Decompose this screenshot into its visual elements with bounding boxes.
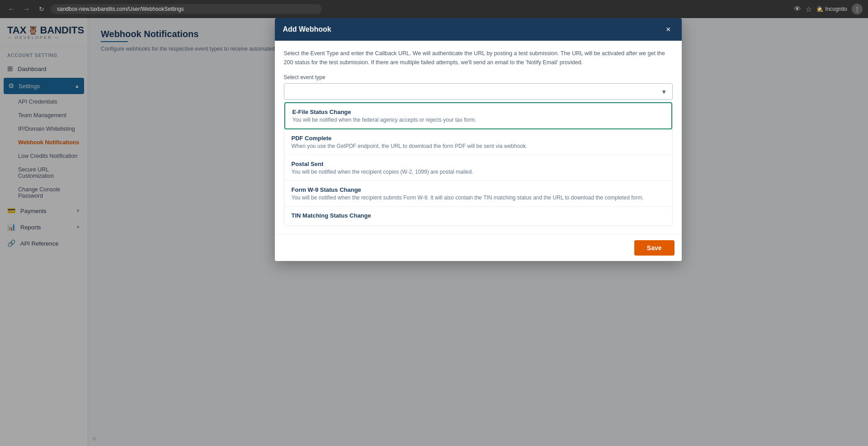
modal-close-button[interactable]: × (663, 24, 674, 34)
form-w9-desc: You will be notified when the recipient … (292, 195, 665, 201)
back-button[interactable]: ← (5, 4, 17, 14)
browser-right-icons: 👁 ☆ 🕵 Incognito ⋮ (794, 4, 863, 14)
incognito-badge: 🕵 Incognito (816, 6, 847, 12)
save-button[interactable]: Save (634, 240, 675, 256)
pdf-complete-desc: When you use the GetPDF endpoint, the UR… (292, 143, 665, 149)
tin-matching-title: TIN Matching Status Change (292, 212, 665, 219)
star-icon: ☆ (806, 5, 812, 14)
postal-sent-title: Postal Sent (292, 161, 665, 167)
form-w9-title: Form W-9 Status Change (292, 186, 665, 193)
event-type-select-wrapper[interactable]: ▼ (284, 83, 673, 100)
event-option-efile-status-change[interactable]: E-File Status Change You will be notifie… (284, 102, 672, 129)
event-option-tin-matching[interactable]: TIN Matching Status Change (284, 207, 672, 226)
incognito-icon: 🕵 (816, 6, 823, 12)
address-bar[interactable] (51, 4, 322, 14)
profile-icon[interactable]: ⋮ (852, 4, 863, 14)
eyeoff-icon: 👁 (794, 5, 801, 13)
add-webhook-modal: Add Webhook × Select the Event Type and … (275, 18, 682, 261)
modal-body: Select the Event Type and enter the Call… (275, 41, 682, 234)
event-type-label: Select event type (284, 74, 673, 81)
efile-status-change-title: E-File Status Change (292, 109, 664, 115)
browser-chrome: ← → ↻ 👁 ☆ 🕵 Incognito ⋮ (0, 0, 868, 18)
forward-button[interactable]: → (21, 4, 33, 14)
event-type-select[interactable] (284, 83, 673, 100)
event-option-postal-sent[interactable]: Postal Sent You will be notified when th… (284, 155, 672, 181)
incognito-label: Incognito (825, 6, 847, 12)
postal-sent-desc: You will be notified when the recipient … (292, 169, 665, 175)
modal-footer: Save (275, 234, 682, 261)
pdf-complete-title: PDF Complete (292, 135, 665, 142)
efile-status-change-desc: You will be notified when the federal ag… (292, 117, 664, 123)
app-container: TAX 🦉 BANDITS — Developer — ACCOUNT SETT… (0, 18, 868, 446)
refresh-button[interactable]: ↻ (36, 4, 47, 14)
modal-description: Select the Event Type and enter the Call… (284, 49, 673, 67)
modal-header: Add Webhook × (275, 18, 682, 41)
event-option-pdf-complete[interactable]: PDF Complete When you use the GetPDF end… (284, 129, 672, 155)
modal-overlay[interactable]: Add Webhook × Select the Event Type and … (0, 18, 868, 446)
modal-title: Add Webhook (283, 25, 331, 33)
event-options-list: E-File Status Change You will be notifie… (284, 102, 673, 226)
event-option-form-w9[interactable]: Form W-9 Status Change You will be notif… (284, 181, 672, 207)
